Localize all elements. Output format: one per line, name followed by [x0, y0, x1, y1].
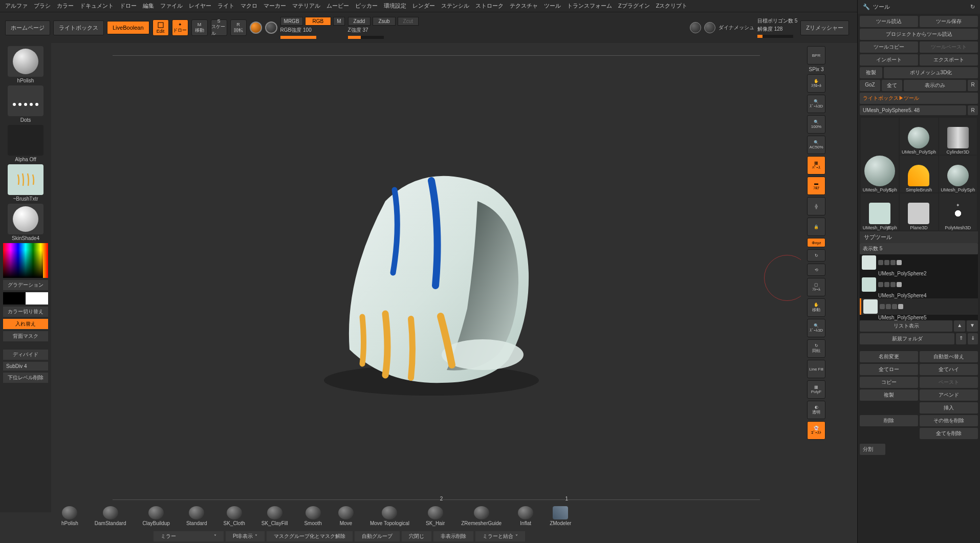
pt-hide-dropdown[interactable]: Pt非表示˅ [226, 531, 265, 541]
zadd-button[interactable]: Zadd [348, 17, 371, 26]
brush-shelf-item[interactable]: DamStandard [95, 506, 126, 526]
import-button[interactable]: インポート [860, 54, 918, 66]
subtool-item[interactable] [860, 254, 978, 271]
mrgb-button[interactable]: MRGB [280, 17, 303, 26]
brush-shelf-item[interactable]: SK_Cloth [223, 506, 245, 526]
menu-zscript[interactable]: Zスクリプト [656, 2, 688, 10]
goz-visible-button[interactable]: 表示のみ [904, 80, 966, 91]
export-button[interactable]: エクスポート [920, 54, 978, 66]
menu-macro[interactable]: マクロ [241, 2, 257, 10]
split-header[interactable]: 分割 [860, 444, 885, 455]
dup-button[interactable]: 複製 [860, 67, 882, 78]
tool-item[interactable]: SimpleBrush [900, 156, 938, 192]
canvas[interactable] [51, 43, 801, 512]
rotate-y-icon[interactable]: ↻ [807, 249, 825, 262]
scroll-icon[interactable]: ✋ｽｸﾛｰﾙ [807, 74, 825, 93]
brush-shelf-item[interactable]: Inflat [518, 506, 533, 526]
auto-grp-button[interactable]: 自動グループ [355, 531, 400, 541]
move-up-icon[interactable]: ⇑ [956, 333, 966, 344]
rgb-intensity-slider[interactable] [280, 36, 316, 39]
save-tool-button[interactable]: ツール保存 [920, 16, 978, 27]
menu-preferences[interactable]: 環境設定 [384, 2, 406, 10]
model-viewport[interactable] [283, 135, 570, 421]
move-mode-icon[interactable]: M移動 [191, 19, 208, 36]
tool-item[interactable]: 5 UMesh_PolySph [861, 118, 899, 192]
tool-item[interactable]: 5UMesh_PolySph [861, 193, 899, 230]
zremesher-button[interactable]: Zリメッシャー [800, 20, 849, 35]
goz-all-button[interactable]: 全て [882, 80, 902, 91]
menu-document[interactable]: ドキュメント [80, 2, 114, 10]
alpha-selector[interactable]: Alpha Off [3, 125, 49, 162]
move-icon[interactable]: ✋移動 [807, 298, 825, 317]
color-picker[interactable] [3, 243, 48, 278]
persp-icon[interactable]: ▦ﾊﾟｰｽ [807, 156, 825, 175]
scale-mode-icon[interactable]: Sスケール [211, 19, 227, 36]
eye-icon[interactable] [897, 260, 902, 265]
display-count[interactable]: 表示数 5 [860, 243, 978, 254]
menu-color[interactable]: カラー [57, 2, 74, 10]
brush-shelf-item[interactable]: Standard [186, 506, 207, 526]
brush-shelf-item[interactable]: hPolish [61, 506, 78, 526]
all-low-button[interactable]: 全てロー [860, 364, 918, 375]
transp-icon[interactable]: ◐透明 [807, 401, 825, 419]
menu-marker[interactable]: マーカー [264, 2, 286, 10]
rotate3d-icon[interactable]: ↻回転 [807, 339, 825, 358]
load-project-tool-button[interactable]: プロジェクトからツール読込 [860, 29, 978, 40]
mesh-name-display[interactable]: UMesh_PolySphere5. 48 [860, 105, 966, 115]
goz-button[interactable]: GoZ [860, 80, 880, 91]
close-hole-button[interactable]: 穴閉じ [402, 531, 431, 541]
all-high-button[interactable]: 全てハイ [920, 364, 978, 375]
backface-button[interactable]: 背面マスク [3, 331, 48, 341]
stroke-selector[interactable]: Dots [3, 85, 49, 123]
menu-stroke[interactable]: ストローク [475, 2, 504, 10]
rename-button[interactable]: 名前変更 [860, 351, 918, 362]
brush-curve-icon[interactable] [265, 21, 277, 34]
goz-r-button[interactable]: R [968, 80, 978, 91]
mask-grp-button[interactable]: マスクグループ化とマスク解除 [267, 531, 353, 541]
brush-shelf-item[interactable]: SK_ClayFill [262, 506, 288, 526]
brush-selector[interactable]: hPolish [3, 46, 49, 83]
tool-item[interactable]: UMesh_PolySph [900, 118, 938, 155]
insert-button[interactable]: 挿入 [920, 402, 978, 414]
rgb-button[interactable]: RGB [305, 17, 332, 26]
make-polymesh-button[interactable]: ポリメッシュ3D化 [884, 67, 978, 78]
eye-icon[interactable] [898, 304, 903, 309]
localsym-icon[interactable]: ╬ [807, 197, 825, 215]
menu-edit[interactable]: 編集 [143, 2, 154, 10]
subtool-header[interactable]: サブツール [860, 231, 978, 243]
delete-lower-button[interactable]: 下位レベル削除 [3, 373, 48, 383]
paste-button[interactable]: ペースト [920, 377, 978, 388]
floor-icon[interactable]: ▬ﾌﾛｱ [807, 177, 825, 195]
zsub-button[interactable]: Zsub [373, 17, 395, 26]
resolution-slider[interactable] [757, 35, 793, 38]
zcut-button[interactable]: Zcut [398, 17, 419, 26]
z-intensity-slider[interactable] [348, 36, 384, 39]
ghost-icon[interactable]: 👻ｺﾞｰｽﾄ [807, 421, 825, 440]
divide-button[interactable]: ディバイド [3, 350, 48, 360]
linefill-icon[interactable]: Line Fill [807, 360, 825, 378]
m-button[interactable]: M [333, 17, 344, 26]
menu-zplugin[interactable]: Zプラグイン [618, 2, 650, 10]
menu-light[interactable]: ライト [217, 2, 234, 10]
texture-selector[interactable]: ~BrushTxtr [3, 164, 49, 202]
rotate-mode-icon[interactable]: R回転 [230, 19, 247, 36]
swap-button[interactable]: 入れ替え [3, 319, 48, 329]
gradient-button[interactable]: グラデーション [3, 280, 48, 290]
brush-shelf-item[interactable]: ZRemesherGuide [461, 506, 502, 526]
menu-material[interactable]: マテリアル [292, 2, 320, 10]
menu-movie[interactable]: ムービー [326, 2, 349, 10]
menu-draw[interactable]: ドロー [120, 2, 137, 10]
del-all-button[interactable]: 全てを削除 [920, 428, 978, 439]
menu-alpha[interactable]: アルファ [5, 2, 28, 10]
up-icon[interactable]: ▲ [954, 320, 965, 332]
swatch-white[interactable] [26, 292, 48, 305]
new-folder-button[interactable]: 新規フォルダ [860, 333, 954, 344]
menu-picker[interactable]: ピッカー [355, 2, 378, 10]
brush-shelf-item[interactable]: ClayBuildup [143, 506, 170, 526]
menu-layer[interactable]: レイヤー [189, 2, 211, 10]
load-tool-button[interactable]: ツール読込 [860, 16, 918, 27]
frame-icon[interactable]: ▢ﾌﾚｰﾑ [807, 278, 825, 296]
menu-texture[interactable]: テクスチャ [510, 2, 538, 10]
tool-item[interactable]: Plane3D [900, 193, 938, 230]
refresh-icon[interactable]: ↻ [970, 4, 975, 10]
